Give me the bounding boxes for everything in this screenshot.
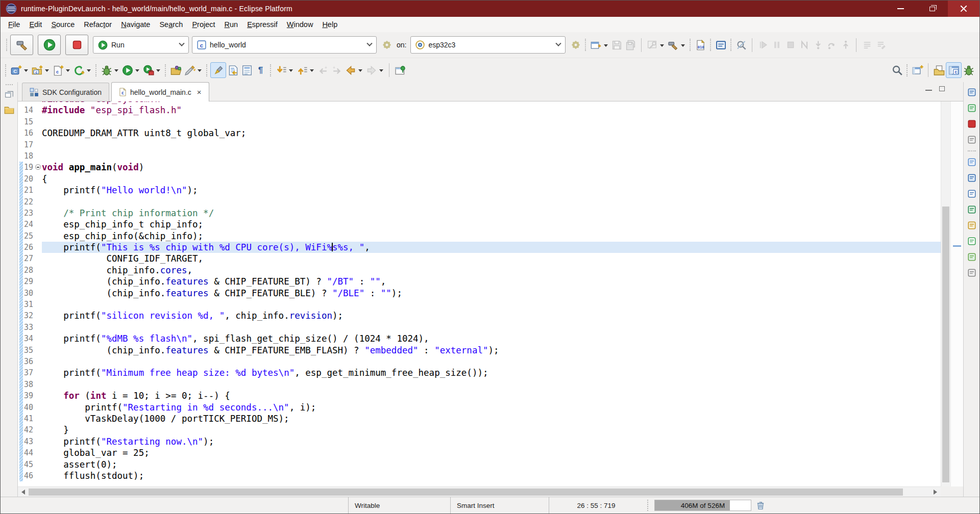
build-config-icon[interactable] [645,38,659,52]
line-number[interactable]: 21 [23,185,34,196]
line-number[interactable]: 45 [23,459,34,470]
line-number[interactable]: 31 [23,299,34,310]
fold-gutter[interactable] [34,208,42,219]
menu-espressif[interactable]: Espressif [242,18,282,31]
fold-gutter[interactable] [34,242,42,253]
vertical-scrollbar[interactable] [941,101,950,486]
code-text[interactable] [42,299,941,310]
code-line-34[interactable]: 34 printf("%dMB %s flash\n", spi_flash_g… [18,333,941,344]
disconnect-icon[interactable] [797,38,811,52]
search-icon[interactable] [890,63,904,77]
code-text[interactable]: void app_main(void) [42,162,941,173]
editor-lines[interactable]: #include "esp_system.h"14#include "esp_s… [18,101,941,486]
restore-window-button[interactable] [916,1,948,17]
code-text[interactable] [42,379,941,390]
properties-view-icon[interactable] [967,189,977,199]
build-hammer-icon[interactable] [666,38,680,52]
breakpoints-view-icon[interactable] [967,119,977,129]
code-line-38[interactable]: 38 [18,379,941,390]
code-text[interactable]: fflush(stdout); [42,470,941,481]
new-launch-target-icon[interactable] [72,63,86,77]
collapse-minus-icon[interactable] [35,164,41,170]
code-line-14[interactable]: 14#include "esp_spi_flash.h" [18,105,941,116]
code-line-44[interactable]: 44 global_var = 25; [18,447,941,458]
line-number[interactable]: 35 [23,345,34,356]
code-text[interactable]: for (int i = 10; i >= 0; i--) { [42,390,941,401]
tab-sdk-configuration[interactable]: SDK Configuration [22,83,109,101]
step-over-icon[interactable] [825,38,839,52]
minimize-window-button[interactable] [885,1,916,17]
tab-hello-world-main[interactable]: c hello_world_main.c × [111,82,209,101]
line-number[interactable]: 37 [23,367,34,378]
code-text[interactable]: /* Print chip information */ [42,208,941,219]
horizontal-scrollbar[interactable] [18,486,941,497]
fold-gutter[interactable] [34,162,42,173]
project-folder-icon[interactable] [4,105,14,115]
code-text[interactable]: #include "esp_spi_flash.h" [42,105,941,116]
fold-gutter[interactable] [34,230,42,242]
menu-run[interactable]: Run [220,18,243,31]
line-number[interactable]: 40 [23,402,34,413]
run-garbage-collector-button[interactable] [756,501,765,510]
expand-strip-icon[interactable] [967,268,977,278]
code-text[interactable]: printf("Minimum free heap size: %d bytes… [42,367,941,378]
fold-gutter[interactable] [34,402,42,413]
dropdown-arrow-icon[interactable] [379,69,383,72]
console-icon[interactable] [714,38,728,52]
code-text[interactable]: global_var = 25; [42,447,941,458]
new-c-project-icon[interactable]: C [9,63,23,77]
back-history-icon[interactable] [344,63,357,77]
code-line-29[interactable]: 29 (chip_info.features & CHIP_FEATURE_BT… [18,276,941,287]
line-number[interactable]: 16 [23,127,34,139]
maximize-editor-icon[interactable] [939,86,945,91]
line-number[interactable]: 24 [23,219,34,230]
code-text[interactable]: { [42,173,941,185]
code-line-42[interactable]: 42 } [18,424,941,435]
restore-view-icon[interactable] [4,89,14,99]
build-button[interactable] [10,35,33,55]
target-gear-icon[interactable] [569,38,582,52]
line-number[interactable]: 33 [23,322,34,333]
menu-refactor[interactable]: Refactor [79,18,116,31]
code-line-39[interactable]: 39 for (int i = 10; i >= 0; i--) { [18,390,941,401]
menu-source[interactable]: Source [46,18,79,31]
line-number[interactable]: 17 [23,139,34,150]
edit-list-icon[interactable] [874,38,888,52]
line-number[interactable]: 44 [23,447,34,458]
resume-icon[interactable] [756,38,770,52]
fold-gutter[interactable] [34,322,42,333]
code-text[interactable]: printf("%dMB %s flash\n", spi_flash_get_… [42,333,941,344]
image-view-icon[interactable] [967,157,977,167]
code-text[interactable]: vTaskDelay(1000 / portTICK_PERIOD_MS); [42,413,941,424]
dropdown-arrow-icon[interactable] [681,44,685,47]
code-line-18[interactable]: 18 [18,150,941,162]
dropdown-arrow-icon[interactable] [604,44,608,47]
line-number[interactable]: 15 [23,116,34,127]
code-text[interactable]: } [42,424,941,435]
dropdown-arrow-icon[interactable] [24,69,28,72]
menu-project[interactable]: Project [187,18,219,31]
code-line-41[interactable]: 41 vTaskDelay(1000 / portTICK_PERIOD_MS)… [18,413,941,424]
toolbar-grip[interactable] [6,39,8,51]
fold-gutter[interactable] [34,413,42,424]
fold-gutter[interactable] [34,288,42,299]
fold-gutter[interactable] [34,139,42,150]
launch-config-combo[interactable]: c hello_world [192,36,377,54]
heap-drag-handle[interactable] [647,500,652,511]
minimize-editor-icon[interactable] [925,90,932,91]
code-line-28[interactable]: 28 chip_info.cores, [18,265,941,276]
code-text[interactable]: (chip_info.features & CHIP_FEATURE_BLE) … [42,288,941,299]
line-number[interactable]: 42 [23,424,34,435]
dropdown-arrow-icon[interactable] [87,69,91,72]
search-binary-icon[interactable] [734,38,748,52]
code-text[interactable]: chip_info.cores, [42,265,941,276]
code-line-15[interactable]: 15 [18,116,941,127]
line-number[interactable]: 25 [23,230,34,242]
menu-file[interactable]: File [4,18,24,31]
code-text[interactable] [42,322,941,333]
line-number[interactable]: 28 [23,265,34,276]
overview-ruler[interactable] [950,101,963,486]
run-history-icon[interactable] [120,63,134,77]
code-line-43[interactable]: 43 printf("Restarting now.\n"); [18,436,941,447]
code-text[interactable]: CONFIG_IDF_TARGET, [42,253,941,264]
